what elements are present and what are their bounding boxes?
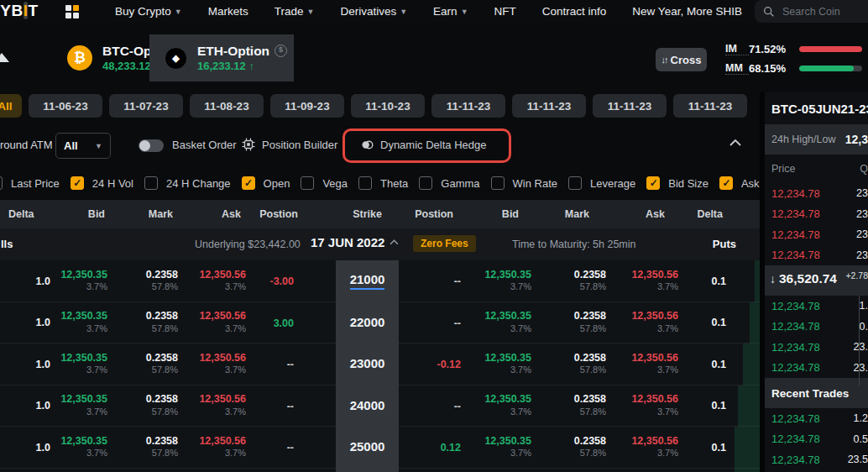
search-box[interactable] xyxy=(755,0,868,23)
strike-cell[interactable]: 23000 xyxy=(336,356,399,371)
cross-margin-button[interactable]: ↓↑Cross xyxy=(656,48,707,71)
strike-range-select[interactable]: All▼ xyxy=(55,133,111,159)
bid-row[interactable]: 12,234.7823. xyxy=(765,358,868,379)
position-builder-label[interactable]: Position Builder xyxy=(262,139,337,151)
date-tab[interactable]: 11-11-23 xyxy=(512,94,586,118)
bid-row[interactable]: 12,234.780. xyxy=(765,317,868,338)
im-label[interactable]: IM xyxy=(725,43,749,55)
strike-cell[interactable]: 21000 xyxy=(336,272,399,290)
put-mark: 0.235857.8% xyxy=(537,269,610,293)
put-bid[interactable]: 12,350.353.7% xyxy=(474,393,537,417)
toggle-24h-vol[interactable]: 24 H Vol xyxy=(71,176,133,190)
date-tab[interactable]: 11-11-23 xyxy=(673,94,747,118)
ask-row[interactable]: 12,234.7823 xyxy=(765,183,868,204)
checkbox-checked[interactable] xyxy=(71,176,84,190)
chevron-up-icon xyxy=(390,239,399,245)
ask-row[interactable]: 12,234.7823 xyxy=(765,224,868,245)
toggle-24h-change[interactable]: 24 H Change xyxy=(144,176,231,190)
call-delta: 1.0 xyxy=(0,356,52,372)
put-bid[interactable]: 12,350.353.7% xyxy=(474,352,537,376)
toggle-gamma[interactable]: Gamma xyxy=(419,176,479,190)
toggle-open[interactable]: Open xyxy=(242,176,290,190)
toggle-win-rate[interactable]: Win Rate xyxy=(491,176,557,190)
nav-item-buy-crypto[interactable]: Buy Crypto▼ xyxy=(115,5,182,18)
nav-item-derivatives[interactable]: Derivatives▼ xyxy=(340,5,407,18)
date-tab[interactable]: 11-09-23 xyxy=(270,94,344,118)
checkbox-checked[interactable] xyxy=(719,176,733,190)
call-position: -3.00 xyxy=(248,273,336,288)
apps-grid-icon[interactable] xyxy=(65,5,80,19)
around-atm-label: round ATM xyxy=(0,139,53,151)
checkbox[interactable] xyxy=(144,176,158,190)
call-bid[interactable]: 12,350.353.7% xyxy=(52,393,111,417)
mm-label[interactable]: MM xyxy=(725,62,749,75)
bybit-logo[interactable]: BYBIT xyxy=(0,2,39,20)
call-ask[interactable]: 12,350.563.7% xyxy=(181,435,248,459)
call-mark: 0.235857.8% xyxy=(111,269,181,293)
search-input[interactable] xyxy=(781,5,852,18)
strike-cell[interactable]: 24000 xyxy=(336,398,399,413)
trade-row: 12,234.7823.5 xyxy=(765,449,868,470)
toggle-theta[interactable]: Theta xyxy=(358,176,408,190)
call-mark: 0.235857.8% xyxy=(111,435,181,459)
nav-item-trade[interactable]: Trade▼ xyxy=(275,5,315,18)
call-ask[interactable]: 12,350.563.7% xyxy=(181,269,248,293)
checkbox[interactable] xyxy=(568,176,582,190)
date-tab[interactable]: 11-06-23 xyxy=(29,94,102,118)
bid-row[interactable]: 12,234.781. xyxy=(765,296,868,317)
chain-rows: 1.0 12,350.353.7% 0.235857.8% 12,350.563… xyxy=(0,260,760,472)
checkbox-checked[interactable] xyxy=(242,176,255,190)
nav-item-new-year-more-shib[interactable]: New Year, More SHIB xyxy=(632,5,742,18)
date-tab[interactable]: 11-11-23 xyxy=(431,94,505,118)
call-bid[interactable]: 12,350.353.7% xyxy=(52,352,111,376)
nav-item-markets[interactable]: Markets xyxy=(208,5,248,18)
call-ask[interactable]: 12,350.563.7% xyxy=(181,352,248,376)
call-bid[interactable]: 12,350.353.7% xyxy=(52,435,111,459)
mark-price-row[interactable]: ↓36,520.74 +2.78 xyxy=(765,265,868,296)
nav-item-contract-info[interactable]: Contract info xyxy=(542,5,607,18)
instrument-title[interactable]: BTC-05JUN21-23 xyxy=(765,92,868,124)
date-tab[interactable]: 11-07-23 xyxy=(109,94,183,118)
toggle-vega[interactable]: Vega xyxy=(301,176,348,190)
chevron-down-icon: ▼ xyxy=(461,8,468,16)
call-bid[interactable]: 12,350.353.7% xyxy=(52,269,111,293)
checkbox[interactable] xyxy=(419,176,432,190)
checkbox-checked[interactable] xyxy=(646,176,660,190)
dynamic-delta-hedge-label[interactable]: Dynamic Delta Hedge xyxy=(380,139,486,151)
put-ask[interactable]: 12,350.563.7% xyxy=(610,310,682,334)
expiry-date[interactable]: 17 JUN 2022 xyxy=(311,235,399,249)
date-tab[interactable]: 11-08-23 xyxy=(190,94,264,118)
toggle-leverage[interactable]: Leverage xyxy=(568,176,635,190)
checkbox[interactable] xyxy=(0,176,3,190)
panel-scrollbar[interactable] xyxy=(859,296,860,386)
put-ask[interactable]: 12,350.563.7% xyxy=(610,393,682,417)
put-ask[interactable]: 12,350.563.7% xyxy=(610,269,682,293)
strike-cell[interactable]: 25000 xyxy=(336,439,399,454)
bid-row[interactable]: 12,234.7823. xyxy=(765,337,868,358)
chevron-up-icon[interactable] xyxy=(729,139,742,147)
toggle-last-price[interactable]: Last Price xyxy=(0,176,60,190)
call-ask[interactable]: 12,350.563.7% xyxy=(181,310,248,334)
ask-row[interactable]: 12,234.7823 xyxy=(765,245,868,266)
ask-row[interactable]: 12,234.7823 xyxy=(765,204,868,225)
nav-item-earn[interactable]: Earn▼ xyxy=(433,5,468,18)
call-bid[interactable]: 12,350.353.7% xyxy=(52,310,111,334)
strike-cell[interactable]: 22000 xyxy=(336,315,399,330)
basket-order-label: Basket Order xyxy=(172,139,237,151)
date-tab[interactable]: 11-10-23 xyxy=(351,94,425,118)
basket-order-toggle[interactable] xyxy=(139,139,164,152)
put-ask[interactable]: 12,350.563.7% xyxy=(610,352,682,376)
checkbox[interactable] xyxy=(491,176,505,190)
date-tab[interactable]: 11-11-23 xyxy=(593,94,667,118)
checkbox[interactable] xyxy=(358,176,372,190)
checkbox[interactable] xyxy=(301,176,314,190)
tab-eth-option[interactable]: ◆ ETH-Option$ 16,233.12 ↑ xyxy=(149,34,294,81)
put-bid[interactable]: 12,350.353.7% xyxy=(474,310,537,334)
call-ask[interactable]: 12,350.563.7% xyxy=(181,393,248,417)
date-tab-all[interactable]: All xyxy=(0,94,22,118)
put-ask[interactable]: 12,350.563.7% xyxy=(610,435,682,459)
nav-item-nft[interactable]: NFT xyxy=(494,5,516,18)
toggle-bid-size[interactable]: Bid Size xyxy=(646,176,709,190)
put-bid[interactable]: 12,350.353.7% xyxy=(474,435,537,459)
put-bid[interactable]: 12,350.353.7% xyxy=(474,269,537,293)
